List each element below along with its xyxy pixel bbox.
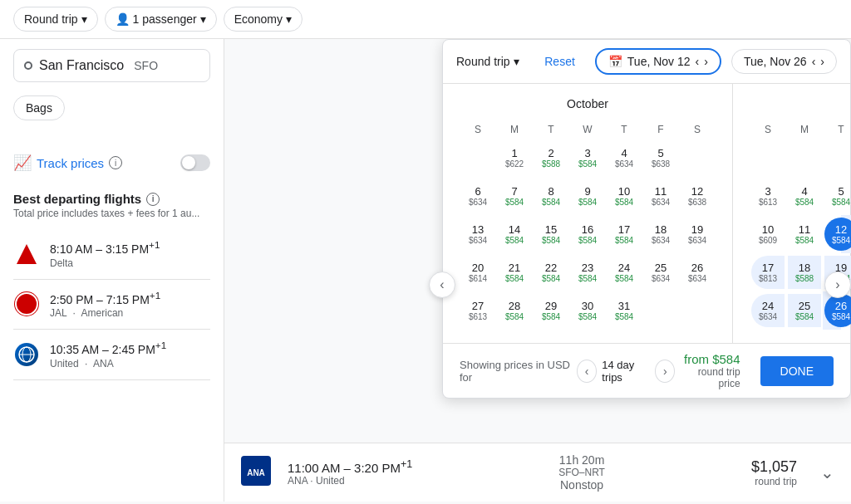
calendar-day-cell[interactable]: 24$634 [750, 291, 786, 330]
flight-item-jal[interactable]: 2:50 PM – 7:15 PM+1 JAL · American [13, 280, 210, 330]
passengers-button[interactable]: 👤 1 passenger ▾ [105, 7, 217, 32]
trip-days-prev-button[interactable]: ‹ [577, 360, 597, 383]
calendar-day-cell[interactable]: 7$584 [496, 177, 533, 215]
calendar-day-cell[interactable]: 5$638 [642, 139, 679, 177]
calendar-day[interactable]: 29$584 [534, 294, 568, 327]
calendar-day[interactable]: 24$634 [751, 294, 785, 327]
calendar-day[interactable]: 31$584 [608, 294, 641, 327]
calendar-day-cell[interactable]: 12$584 [823, 215, 851, 253]
calendar-day-cell[interactable]: 24$584 [606, 253, 642, 291]
calendar-day-cell[interactable]: 23$584 [569, 253, 606, 291]
calendar-day[interactable]: 15$584 [534, 218, 568, 251]
calendar-day[interactable]: 10$609 [751, 218, 785, 251]
calendar-day[interactable]: 22$584 [534, 256, 568, 289]
calendar-day[interactable]: 21$584 [498, 256, 531, 289]
calendar-day-cell[interactable]: 30$584 [569, 291, 606, 330]
calendar-day[interactable]: 9$584 [571, 179, 604, 213]
calendar-day-cell[interactable]: 28$584 [496, 291, 533, 330]
trip-days-next-button[interactable]: › [655, 360, 675, 383]
cal-date-end-next-arrow[interactable]: › [820, 55, 824, 68]
bottom-flight-row[interactable]: ANA 11:00 AM – 3:20 PM+1 ANA · United 11… [224, 443, 851, 502]
calendar-day[interactable]: 28$584 [498, 294, 531, 327]
calendar-day-cell[interactable]: 2$588 [533, 139, 569, 177]
calendar-day[interactable]: 18$588 [788, 256, 821, 289]
calendar-day-cell[interactable]: 10$584 [606, 177, 642, 215]
flight-item-delta[interactable]: 8:10 AM – 3:15 PM+1 Delta [13, 229, 210, 280]
calendar-day[interactable]: 20$614 [461, 256, 494, 289]
track-prices-toggle[interactable] [180, 154, 210, 171]
cal-date-prev-arrow[interactable]: ‹ [696, 55, 700, 68]
calendar-day-cell[interactable]: 17$813 [750, 253, 786, 291]
calendar-day[interactable]: 4$634 [608, 141, 641, 174]
calendar-day[interactable]: 12$584 [824, 218, 851, 251]
calendar-day[interactable]: 7$584 [498, 179, 531, 213]
calendar-day[interactable]: 1$622 [498, 141, 531, 174]
calendar-day[interactable]: 11$634 [644, 179, 677, 213]
right-nav-arrow[interactable]: › [824, 272, 851, 298]
calendar-day-cell[interactable]: 14$584 [496, 215, 533, 253]
calendar-day-cell[interactable]: 27$613 [460, 291, 496, 330]
expand-icon[interactable]: ⌄ [820, 462, 834, 482]
calendar-day[interactable]: 26$634 [681, 256, 714, 289]
calendar-day[interactable]: 18$634 [644, 218, 677, 251]
cal-date-end-prev-arrow[interactable]: ‹ [812, 55, 816, 68]
calendar-day-cell[interactable]: 3$613 [750, 177, 786, 215]
calendar-day-cell[interactable]: 6$634 [460, 177, 496, 215]
calendar-day-cell[interactable]: 4$584 [786, 177, 823, 215]
calendar-day[interactable]: 30$584 [571, 294, 604, 327]
calendar-day[interactable]: 26$584 [824, 294, 851, 327]
calendar-day-cell[interactable]: 15$584 [533, 215, 569, 253]
left-nav-arrow[interactable]: ‹ [429, 272, 455, 298]
calendar-day-cell[interactable]: 17$584 [606, 215, 642, 253]
calendar-day[interactable]: 5$584 [824, 179, 851, 213]
calendar-day-cell[interactable]: 16$584 [569, 215, 606, 253]
calendar-day[interactable]: 19$634 [681, 218, 714, 251]
calendar-day-cell[interactable]: 19$634 [679, 215, 716, 253]
calendar-day[interactable]: 14$584 [498, 218, 531, 251]
calendar-day[interactable]: 16$584 [571, 218, 604, 251]
calendar-day-cell[interactable]: 4$634 [606, 139, 642, 177]
calendar-day[interactable]: 6$634 [461, 179, 494, 213]
calendar-day[interactable]: 17$584 [608, 218, 641, 251]
calendar-day[interactable]: 23$584 [571, 256, 604, 289]
calendar-day-cell[interactable]: 18$634 [642, 215, 679, 253]
calendar-day[interactable]: 4$584 [788, 179, 821, 213]
calendar-day[interactable]: 25$584 [788, 294, 821, 327]
calendar-day-cell[interactable]: 31$584 [606, 291, 642, 330]
trip-type-button[interactable]: Round trip ▾ [13, 7, 98, 32]
calendar-day-cell[interactable]: 1$622 [496, 139, 533, 177]
calendar-day[interactable]: 13$634 [461, 218, 494, 251]
calendar-day-cell[interactable]: 22$584 [533, 253, 569, 291]
calendar-day-cell[interactable]: 8$584 [533, 177, 569, 215]
calendar-day[interactable]: 24$584 [608, 256, 641, 289]
cabin-class-button[interactable]: Economy ▾ [224, 7, 303, 32]
calendar-day-cell[interactable]: 10$609 [750, 215, 786, 253]
cal-date-next-arrow[interactable]: › [704, 55, 708, 68]
cal-date-start-pill[interactable]: 📅 Tue, Nov 12 ‹ › [595, 48, 721, 75]
calendar-day[interactable]: 2$588 [534, 141, 568, 174]
calendar-day-cell[interactable]: 11$584 [786, 215, 823, 253]
calendar-day[interactable]: 17$813 [751, 256, 785, 289]
calendar-day-cell[interactable]: 20$614 [460, 253, 496, 291]
calendar-day-cell[interactable]: 25$634 [642, 253, 679, 291]
calendar-day[interactable]: 8$584 [534, 179, 568, 213]
calendar-day[interactable]: 11$584 [788, 218, 821, 251]
best-flights-info-icon[interactable]: i [146, 193, 160, 206]
calendar-day-cell[interactable]: 21$584 [496, 253, 533, 291]
calendar-day-cell[interactable]: 5$584 [823, 177, 851, 215]
flight-item-united[interactable]: 10:35 AM – 2:45 PM+1 United · ANA [13, 330, 210, 380]
bags-button[interactable]: Bags [13, 95, 65, 120]
calendar-day[interactable]: 3$613 [751, 179, 785, 213]
calendar-day-cell[interactable]: 25$584 [786, 291, 823, 330]
calendar-day[interactable]: 27$613 [461, 294, 494, 327]
calendar-day-cell[interactable]: 3$584 [569, 139, 606, 177]
calendar-day[interactable]: 25$634 [644, 256, 677, 289]
cal-reset-button[interactable]: Reset [544, 55, 575, 68]
done-button[interactable]: DONE [760, 356, 834, 386]
cal-trip-type-button[interactable]: Round trip ▾ [456, 55, 519, 68]
track-prices-info-icon[interactable]: i [109, 156, 122, 169]
calendar-day[interactable]: 5$638 [644, 141, 677, 174]
calendar-day-cell[interactable]: 11$634 [642, 177, 679, 215]
calendar-day-cell[interactable]: 9$584 [569, 177, 606, 215]
calendar-day-cell[interactable]: 26$634 [679, 253, 716, 291]
